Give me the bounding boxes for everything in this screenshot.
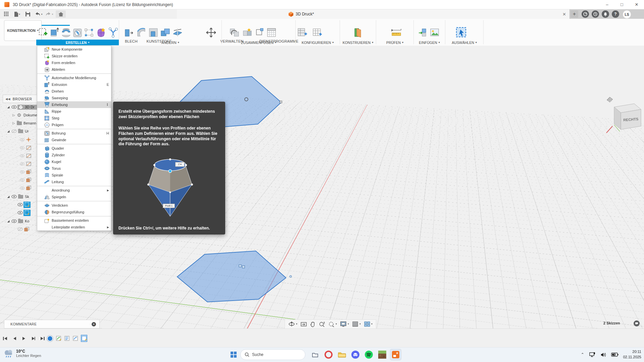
options-dots-icon[interactable]: ⋮ bbox=[106, 104, 109, 106]
maximize-button[interactable]: □ bbox=[614, 0, 629, 9]
eye-icon[interactable] bbox=[19, 187, 26, 190]
menu-item-form-erstellen[interactable]: Form erstellen bbox=[37, 59, 111, 66]
view-cube[interactable]: RECHTS bbox=[602, 95, 644, 137]
minimize-button[interactable]: – bbox=[600, 0, 614, 9]
hole-icon[interactable] bbox=[72, 27, 83, 38]
menu-item-automatische-modellierung[interactable]: Automatische Modellierung bbox=[37, 74, 111, 81]
home-button[interactable] bbox=[56, 10, 66, 18]
browser-row-construction-plane[interactable] bbox=[17, 225, 31, 233]
eye-off-icon[interactable] bbox=[11, 130, 17, 133]
eye-icon[interactable] bbox=[11, 219, 17, 223]
split-body-icon[interactable] bbox=[172, 27, 183, 38]
minecraft-icon[interactable] bbox=[377, 349, 388, 360]
timeline-options-icon[interactable] bbox=[634, 320, 640, 326]
create-sketch-icon[interactable] bbox=[38, 27, 49, 38]
menu-item-sweeping[interactable]: Sweeping bbox=[37, 95, 111, 101]
eye-icon[interactable] bbox=[19, 178, 26, 182]
save-button[interactable] bbox=[23, 10, 32, 18]
eye-icon[interactable] bbox=[11, 105, 17, 109]
job-status-clock-icon[interactable] bbox=[592, 10, 599, 18]
go-to-start-button[interactable] bbox=[2, 335, 8, 342]
comments-bar[interactable]: KOMMENTARE ✕ bbox=[4, 320, 100, 328]
construction-plane-icon[interactable] bbox=[352, 27, 363, 38]
timeline-sketch-feature[interactable] bbox=[72, 335, 78, 342]
discord-icon[interactable] bbox=[350, 349, 361, 360]
group-zusammenfuegen[interactable]: ZUSAMMENFÜGEN▾ bbox=[222, 40, 295, 45]
menu-item-kugel[interactable]: Kugel bbox=[37, 158, 111, 165]
menu-item-extrusion[interactable]: Extrusion E bbox=[37, 81, 111, 88]
motion-study-icon[interactable] bbox=[266, 27, 277, 38]
measure-icon[interactable] bbox=[391, 27, 402, 38]
display-settings-button[interactable]: ▾ bbox=[339, 320, 350, 328]
spotify-icon[interactable] bbox=[363, 349, 375, 360]
windows-start-button[interactable] bbox=[228, 349, 239, 360]
fit-button[interactable]: ▾ bbox=[327, 320, 338, 328]
app-grid-icon[interactable] bbox=[2, 10, 11, 18]
browser-row-plane[interactable] bbox=[19, 160, 33, 167]
group-pruefen[interactable]: PRÜFEN▾ bbox=[376, 40, 413, 45]
volume-icon[interactable] bbox=[600, 352, 606, 357]
orbit-button[interactable]: ▾ bbox=[287, 320, 299, 328]
group-einfuegen[interactable]: EINFÜGEN▾ bbox=[414, 40, 445, 45]
notifications-bell-icon[interactable] bbox=[602, 10, 609, 18]
collapsed-icon[interactable]: ▷ bbox=[11, 113, 16, 117]
browser-row-origin[interactable]: ◢ Ur bbox=[6, 127, 29, 135]
browser-row-construction-folder[interactable]: ◢ Ko bbox=[6, 217, 29, 225]
timeline-sketch-feature-selected[interactable] bbox=[81, 335, 87, 342]
menu-item-skizze-erstellen[interactable]: Skizze erstellen bbox=[37, 53, 111, 59]
browser-row-sketch-selected[interactable] bbox=[17, 209, 31, 216]
menu-item-drehen[interactable]: Drehen bbox=[37, 88, 111, 95]
taskbar-search[interactable]: Suche bbox=[240, 349, 305, 360]
create-form-icon[interactable] bbox=[95, 27, 107, 38]
timeline-sketch-feature[interactable] bbox=[64, 335, 70, 342]
press-pull-icon[interactable] bbox=[123, 27, 135, 38]
close-icon[interactable]: ✕ bbox=[92, 322, 96, 326]
menu-item-erhebung[interactable]: Erhebung ⋮ bbox=[37, 101, 111, 108]
join-icon[interactable] bbox=[229, 27, 240, 38]
group-erstellen[interactable]: ERSTELLEN▾ bbox=[36, 40, 119, 45]
menu-item-anordnung[interactable]: Anordnung ▶ bbox=[37, 187, 111, 194]
browser-header[interactable]: ◀◀ BROWSER bbox=[3, 95, 38, 103]
menu-item-spiegeln[interactable]: Spiegeln bbox=[37, 194, 111, 200]
select-icon[interactable] bbox=[456, 27, 467, 38]
expand-icon[interactable]: ◢ bbox=[6, 105, 11, 109]
file-explorer-icon[interactable] bbox=[336, 349, 348, 360]
form-box-icon[interactable] bbox=[83, 27, 95, 38]
play-button[interactable] bbox=[21, 335, 27, 342]
taskbar-weather-widget[interactable]: 10°C Leichter Regen bbox=[3, 349, 41, 358]
grid-snap-button[interactable]: ▾ bbox=[351, 320, 362, 328]
group-konstruieren[interactable]: KONSTRUIEREN▾ bbox=[340, 40, 376, 45]
fusion-taskbar-icon[interactable] bbox=[390, 349, 401, 360]
new-tab-button[interactable]: + bbox=[571, 10, 578, 18]
insert-canvas-icon[interactable] bbox=[429, 27, 440, 38]
battery-icon[interactable] bbox=[611, 352, 618, 357]
taskbar-clock[interactable]: 20:11 02.11.2025 bbox=[623, 349, 641, 360]
hexagon-sketch-lower[interactable] bbox=[177, 251, 286, 302]
pan-button[interactable] bbox=[309, 320, 317, 328]
close-button[interactable]: ✕ bbox=[629, 0, 644, 9]
joint-origin-icon[interactable] bbox=[254, 27, 265, 38]
close-tab-icon[interactable]: ✕ bbox=[562, 12, 566, 17]
step-forward-button[interactable] bbox=[30, 335, 36, 342]
extensions-icon[interactable] bbox=[582, 10, 589, 18]
eye-icon[interactable] bbox=[19, 138, 26, 141]
group-auswaehlen[interactable]: AUSWÄHLEN▾ bbox=[445, 40, 483, 45]
redo-button[interactable]: ▾ bbox=[45, 10, 54, 18]
menu-item-praegen[interactable]: Prägen bbox=[37, 121, 111, 128]
help-icon[interactable]: ? bbox=[612, 10, 619, 18]
timeline-marker-position[interactable] bbox=[47, 335, 53, 342]
eye-icon[interactable] bbox=[17, 203, 23, 206]
group-aendern[interactable]: ÄNDERN▾ bbox=[119, 40, 221, 45]
document-tab[interactable]: 3D Druck* ✕ bbox=[177, 9, 570, 19]
task-view-icon[interactable] bbox=[309, 349, 321, 360]
menu-item-torus[interactable]: Torus bbox=[37, 165, 111, 172]
collapsed-icon[interactable]: ▷ bbox=[11, 121, 16, 125]
browser-row-axis[interactable] bbox=[19, 168, 33, 175]
opera-browser-icon[interactable] bbox=[323, 349, 334, 360]
menu-item-rippe[interactable]: Rippe bbox=[37, 108, 111, 115]
zoom-button[interactable] bbox=[317, 320, 326, 328]
menu-item-bohrung[interactable]: Bohrung H bbox=[37, 130, 111, 137]
menu-item-basiselement[interactable]: Basiselement erstellen bbox=[37, 217, 111, 224]
browser-row-document-settings[interactable]: ▷ ⚙ Dokume bbox=[11, 111, 37, 119]
browser-row-axis[interactable] bbox=[19, 176, 33, 184]
